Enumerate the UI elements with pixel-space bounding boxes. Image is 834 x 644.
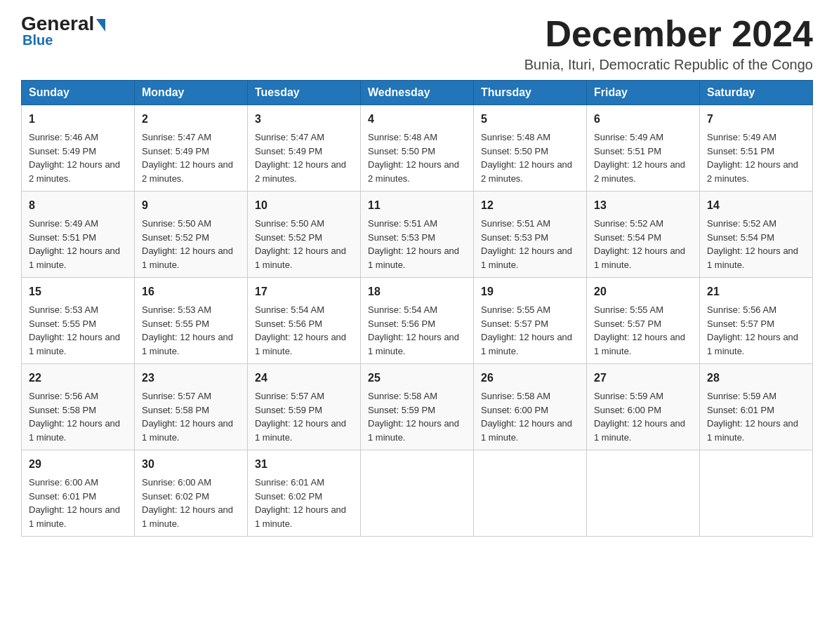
sunset-info: Sunset: 6:00 PM <box>481 405 548 415</box>
sunrise-info: Sunrise: 5:50 AM <box>142 218 211 229</box>
sunset-info: Sunset: 5:59 PM <box>255 405 322 415</box>
col-friday: Friday <box>587 81 700 105</box>
list-item: 14Sunrise: 5:52 AMSunset: 5:54 PMDayligh… <box>700 192 813 278</box>
sunset-info: Sunset: 6:00 PM <box>594 405 661 415</box>
list-item: 24Sunrise: 5:57 AMSunset: 5:59 PMDayligh… <box>248 364 361 450</box>
daylight-info: Daylight: 12 hours and 2 minutes. <box>255 159 346 184</box>
sunset-info: Sunset: 5:54 PM <box>594 232 661 243</box>
header-row: Sunday Monday Tuesday Wednesday Thursday… <box>22 81 813 105</box>
daylight-info: Daylight: 12 hours and 1 minute. <box>29 504 120 529</box>
sunrise-info: Sunrise: 5:46 AM <box>29 132 98 142</box>
daylight-info: Daylight: 12 hours and 1 minute. <box>594 418 685 443</box>
sunrise-info: Sunrise: 5:57 AM <box>255 391 324 401</box>
list-item: 22Sunrise: 5:56 AMSunset: 5:58 PMDayligh… <box>22 364 135 450</box>
sunset-info: Sunset: 5:49 PM <box>29 146 96 156</box>
sunset-info: Sunset: 5:54 PM <box>707 232 774 243</box>
day-number: 5 <box>481 111 579 128</box>
sunset-info: Sunset: 5:58 PM <box>29 405 96 415</box>
list-item: 26Sunrise: 5:58 AMSunset: 6:00 PMDayligh… <box>474 364 587 450</box>
day-number: 1 <box>29 111 127 128</box>
sunset-info: Sunset: 5:51 PM <box>707 146 774 156</box>
daylight-info: Daylight: 12 hours and 1 minute. <box>255 246 346 270</box>
sunrise-info: Sunrise: 5:52 AM <box>707 218 776 229</box>
day-number: 4 <box>368 111 466 128</box>
list-item: 19Sunrise: 5:55 AMSunset: 5:57 PMDayligh… <box>474 278 587 364</box>
list-item: 5Sunrise: 5:48 AMSunset: 5:50 PMDaylight… <box>474 105 587 192</box>
sunrise-info: Sunrise: 5:49 AM <box>707 132 776 142</box>
day-number: 23 <box>142 370 240 387</box>
sunrise-info: Sunrise: 5:59 AM <box>707 391 776 401</box>
sunrise-info: Sunrise: 5:48 AM <box>368 132 437 142</box>
list-item: 13Sunrise: 5:52 AMSunset: 5:54 PMDayligh… <box>587 192 700 278</box>
daylight-info: Daylight: 12 hours and 1 minute. <box>29 332 120 356</box>
calendar-table: Sunday Monday Tuesday Wednesday Thursday… <box>21 80 813 537</box>
day-number: 16 <box>142 283 240 300</box>
sunrise-info: Sunrise: 5:55 AM <box>481 304 550 315</box>
day-number: 15 <box>29 283 127 300</box>
location-subtitle: Bunia, Ituri, Democratic Republic of the… <box>524 57 813 73</box>
list-item: 12Sunrise: 5:51 AMSunset: 5:53 PMDayligh… <box>474 192 587 278</box>
col-sunday: Sunday <box>22 81 135 105</box>
sunrise-info: Sunrise: 5:49 AM <box>594 132 663 142</box>
table-row: 15Sunrise: 5:53 AMSunset: 5:55 PMDayligh… <box>22 278 813 364</box>
sunrise-info: Sunrise: 5:56 AM <box>29 391 98 401</box>
list-item: 1Sunrise: 5:46 AMSunset: 5:49 PMDaylight… <box>22 105 135 192</box>
sunrise-info: Sunrise: 6:00 AM <box>142 477 211 488</box>
sunset-info: Sunset: 5:49 PM <box>255 146 322 156</box>
sunset-info: Sunset: 5:52 PM <box>142 232 209 243</box>
sunset-info: Sunset: 5:53 PM <box>368 232 435 243</box>
daylight-info: Daylight: 12 hours and 1 minute. <box>142 332 233 356</box>
sunrise-info: Sunrise: 5:58 AM <box>368 391 437 401</box>
day-number: 11 <box>368 197 466 214</box>
list-item: 30Sunrise: 6:00 AMSunset: 6:02 PMDayligh… <box>135 450 248 537</box>
daylight-info: Daylight: 12 hours and 1 minute. <box>707 332 798 356</box>
list-item: 11Sunrise: 5:51 AMSunset: 5:53 PMDayligh… <box>361 192 474 278</box>
day-number: 26 <box>481 370 579 387</box>
daylight-info: Daylight: 12 hours and 1 minute. <box>255 504 346 529</box>
list-item: 15Sunrise: 5:53 AMSunset: 5:55 PMDayligh… <box>22 278 135 364</box>
day-number: 3 <box>255 111 353 128</box>
day-number: 8 <box>29 197 127 214</box>
day-number: 24 <box>255 370 353 387</box>
month-title: December 2024 <box>524 14 813 54</box>
daylight-info: Daylight: 12 hours and 1 minute. <box>255 418 346 443</box>
sunrise-info: Sunrise: 5:53 AM <box>29 304 98 315</box>
sunset-info: Sunset: 5:52 PM <box>255 232 322 243</box>
logo-blue: Blue <box>22 32 53 48</box>
list-item <box>700 450 813 537</box>
list-item: 8Sunrise: 5:49 AMSunset: 5:51 PMDaylight… <box>22 192 135 278</box>
list-item <box>474 450 587 537</box>
sunset-info: Sunset: 5:50 PM <box>368 146 435 156</box>
sunrise-info: Sunrise: 5:59 AM <box>594 391 663 401</box>
list-item: 18Sunrise: 5:54 AMSunset: 5:56 PMDayligh… <box>361 278 474 364</box>
daylight-info: Daylight: 12 hours and 1 minute. <box>142 246 233 270</box>
day-number: 29 <box>29 456 127 473</box>
page-header: General Blue December 2024 Bunia, Ituri,… <box>21 14 813 73</box>
sunset-info: Sunset: 6:01 PM <box>707 405 774 415</box>
list-item: 3Sunrise: 5:47 AMSunset: 5:49 PMDaylight… <box>248 105 361 192</box>
daylight-info: Daylight: 12 hours and 1 minute. <box>707 246 798 270</box>
sunrise-info: Sunrise: 5:51 AM <box>368 218 437 229</box>
daylight-info: Daylight: 12 hours and 2 minutes. <box>142 159 233 184</box>
day-number: 27 <box>594 370 692 387</box>
sunrise-info: Sunrise: 5:49 AM <box>29 218 98 229</box>
daylight-info: Daylight: 12 hours and 2 minutes. <box>368 159 459 184</box>
day-number: 10 <box>255 197 353 214</box>
sunset-info: Sunset: 5:55 PM <box>29 318 96 329</box>
table-row: 8Sunrise: 5:49 AMSunset: 5:51 PMDaylight… <box>22 192 813 278</box>
col-saturday: Saturday <box>700 81 813 105</box>
sunset-info: Sunset: 6:02 PM <box>255 491 322 502</box>
list-item: 10Sunrise: 5:50 AMSunset: 5:52 PMDayligh… <box>248 192 361 278</box>
daylight-info: Daylight: 12 hours and 1 minute. <box>481 332 572 356</box>
day-number: 13 <box>594 197 692 214</box>
sunset-info: Sunset: 5:56 PM <box>255 318 322 329</box>
daylight-info: Daylight: 12 hours and 2 minutes. <box>594 159 685 184</box>
daylight-info: Daylight: 12 hours and 2 minutes. <box>29 159 120 184</box>
list-item: 16Sunrise: 5:53 AMSunset: 5:55 PMDayligh… <box>135 278 248 364</box>
sunrise-info: Sunrise: 5:50 AM <box>255 218 324 229</box>
list-item: 27Sunrise: 5:59 AMSunset: 6:00 PMDayligh… <box>587 364 700 450</box>
sunrise-info: Sunrise: 5:54 AM <box>255 304 324 315</box>
list-item: 20Sunrise: 5:55 AMSunset: 5:57 PMDayligh… <box>587 278 700 364</box>
list-item: 17Sunrise: 5:54 AMSunset: 5:56 PMDayligh… <box>248 278 361 364</box>
sunset-info: Sunset: 5:57 PM <box>594 318 661 329</box>
